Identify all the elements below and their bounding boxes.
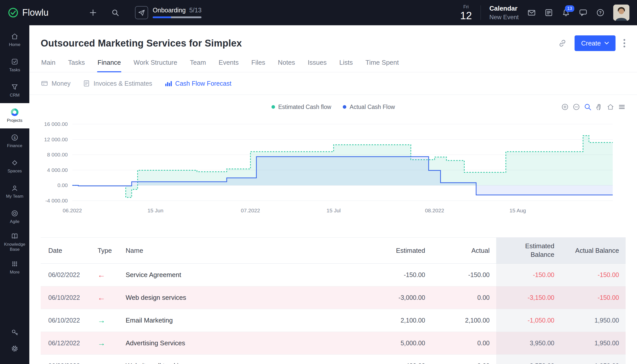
onboarding-progress-fill: [153, 16, 171, 18]
quick-add-icon[interactable]: [89, 9, 97, 17]
tab-events[interactable]: Events: [218, 59, 239, 72]
sidebar-item-finance[interactable]: $ Finance: [0, 128, 29, 154]
onboarding-label: Onboarding: [153, 7, 186, 13]
flowlu-logo[interactable]: Flowlu: [8, 7, 49, 18]
tab-finance[interactable]: Finance: [97, 59, 122, 72]
table-header-row: Date Type Name Estimated Actual Estimate…: [41, 237, 626, 264]
row-estimated: -3,000.00: [366, 286, 432, 309]
row-estimated-balance: 3,550.00: [530, 362, 554, 364]
svg-text:06.2022: 06.2022: [63, 208, 82, 213]
sidebar-item-knowledge-base[interactable]: Knowledge Base: [0, 230, 29, 255]
home-icon: [11, 33, 18, 40]
tab-main[interactable]: Main: [41, 59, 56, 72]
svg-text:0.00: 0.00: [57, 182, 68, 188]
cashflow-chart[interactable]: 16 000.0012 000.008 000.004 000.000.00-4…: [29, 115, 637, 221]
row-actual-balance: 1,950.00: [595, 317, 619, 324]
row-actual-balance: 1,950.00: [595, 362, 619, 364]
divider: [481, 5, 481, 20]
svg-text:4 000.00: 4 000.00: [47, 167, 68, 173]
notifications-bell-icon[interactable]: 13: [562, 8, 570, 17]
sidebar-item-my-team[interactable]: My Team: [0, 179, 29, 204]
tab-tasks[interactable]: Tasks: [67, 59, 85, 72]
row-name: Email Marketing: [119, 309, 366, 332]
transaction-direction-icon: ←: [98, 271, 105, 279]
onboarding-progress[interactable]: Onboarding 5/13: [135, 6, 201, 19]
search-icon[interactable]: [111, 9, 119, 17]
user-avatar[interactable]: [613, 5, 629, 21]
settings-gear-icon[interactable]: [11, 345, 18, 352]
table-row[interactable]: 06/12/2022 → Advertising Services 5,000.…: [41, 332, 626, 355]
svg-text:07.2022: 07.2022: [241, 208, 260, 213]
sidebar-item-home[interactable]: Home: [0, 27, 29, 53]
calendar-date[interactable]: Fri 12: [460, 5, 472, 21]
create-button[interactable]: Create: [575, 35, 616, 51]
table-row[interactable]: 06/10/2022 → Email Marketing 2,100.00 2,…: [41, 309, 626, 332]
sidebar-item-more[interactable]: More: [0, 255, 29, 280]
notifications-badge: 13: [565, 5, 574, 12]
row-estimated: 5,000.00: [366, 332, 432, 354]
row-date: 06/10/2022: [41, 309, 90, 332]
table-row[interactable]: 06/22/2022 ← Website call tracking -400.…: [41, 355, 626, 364]
row-estimated-balance: -150.00: [533, 271, 554, 279]
subtab-money[interactable]: Money: [41, 80, 71, 87]
table-row[interactable]: 06/02/2022 ← Service Agreement -150.00 -…: [41, 264, 626, 286]
row-name: Web design services: [119, 286, 366, 309]
crm-funnel-icon: [11, 83, 18, 91]
tab-time-spent[interactable]: Time Spent: [365, 59, 399, 72]
sidebar: Home Tasks CRM Projects $ Finance Spaces…: [0, 25, 29, 364]
copy-link-icon[interactable]: [558, 39, 567, 48]
sidebar-item-crm[interactable]: CRM: [0, 78, 29, 103]
reset-home-icon[interactable]: [607, 103, 614, 111]
mail-icon[interactable]: [527, 8, 536, 17]
zoom-select-icon[interactable]: [584, 103, 592, 111]
row-date: 06/22/2022: [41, 355, 90, 364]
tab-team[interactable]: Team: [189, 59, 207, 72]
svg-text:16 000.00: 16 000.00: [44, 121, 68, 127]
page-title: Outsourced Marketing Services for Simple…: [41, 38, 242, 49]
new-event-link[interactable]: New Event: [489, 14, 519, 20]
legend-estimated[interactable]: Estimated Cash flow: [271, 104, 331, 110]
sidebar-item-tasks[interactable]: Tasks: [0, 53, 29, 78]
row-actual: 0.00: [432, 332, 496, 354]
notes-icon[interactable]: [544, 8, 553, 17]
subtab-invoices-estimates[interactable]: Invoices & Estimates: [83, 80, 152, 87]
main-content: Outsourced Marketing Services for Simple…: [29, 0, 637, 364]
legend-actual[interactable]: Actual Cash Flow: [343, 104, 395, 110]
tab-issues[interactable]: Issues: [307, 59, 327, 72]
chat-icon[interactable]: [579, 8, 587, 17]
row-actual-balance: 1,950.00: [595, 339, 619, 347]
sidebar-item-spaces[interactable]: Spaces: [0, 154, 29, 179]
key-icon[interactable]: [11, 329, 18, 336]
zoom-out-icon[interactable]: [573, 103, 580, 111]
svg-text:$: $: [14, 135, 16, 140]
chart-menu-icon[interactable]: [618, 103, 626, 111]
cashflow-table: Date Type Name Estimated Actual Estimate…: [41, 237, 626, 364]
row-estimated-balance: -1,050.00: [528, 317, 554, 324]
subtab-cash-flow-forecast[interactable]: Cash Flow Forecast: [164, 80, 231, 87]
tab-notes[interactable]: Notes: [277, 59, 295, 72]
calendar-shortcut[interactable]: Calendar New Event: [489, 5, 519, 20]
day-number: 12: [460, 10, 472, 21]
book-icon: [11, 232, 18, 240]
tab-files[interactable]: Files: [251, 59, 266, 72]
calendar-title: Calendar: [489, 5, 519, 12]
weekday-label: Fri: [463, 5, 469, 9]
kebab-menu-icon[interactable]: [623, 38, 626, 48]
table-row[interactable]: 06/10/2022 ← Web design services -3,000.…: [41, 286, 626, 309]
transaction-direction-icon: →: [98, 316, 105, 324]
flowlu-logo-icon: [8, 7, 19, 18]
money-icon: [41, 80, 48, 87]
sidebar-item-projects[interactable]: Projects: [0, 103, 29, 128]
chart-legend: Estimated Cash flow Actual Cash Flow: [271, 104, 395, 110]
sidebar-item-agile[interactable]: Agile: [0, 204, 29, 230]
row-name: Advertising Services: [119, 332, 366, 354]
bar-chart-icon: [164, 80, 172, 87]
zoom-in-icon[interactable]: [561, 103, 569, 111]
tab-lists[interactable]: Lists: [339, 59, 353, 72]
pan-hand-icon[interactable]: [595, 103, 603, 111]
help-icon[interactable]: ?: [596, 8, 605, 17]
col-header-date: Date: [41, 238, 90, 263]
row-date: 06/12/2022: [41, 332, 90, 354]
tab-work-structure[interactable]: Work Structure: [133, 59, 178, 72]
legend-dot-estimated: [271, 105, 275, 109]
